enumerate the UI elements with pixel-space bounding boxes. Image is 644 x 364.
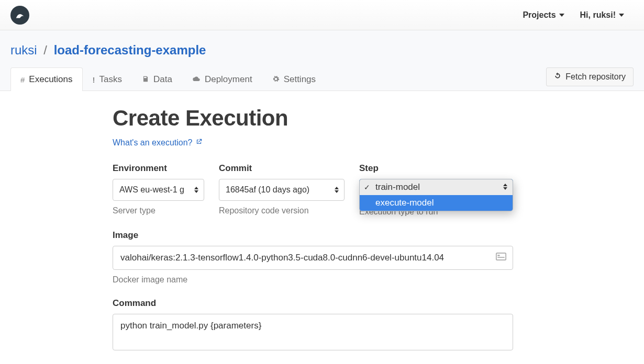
- nav-user-label: Hi, ruksi!: [580, 10, 616, 20]
- image-section: Image valohai/keras:2.1.3-tensorflow1.4.…: [113, 230, 513, 285]
- card-icon: [496, 253, 506, 264]
- nav-user[interactable]: Hi, ruksi!: [580, 10, 624, 20]
- step-label: Step: [359, 163, 513, 174]
- updown-icon: [194, 187, 198, 193]
- step-option-execute-model[interactable]: execute-model: [360, 195, 513, 211]
- tab-settings[interactable]: Settings: [262, 67, 326, 91]
- environment-label: Environment: [113, 163, 204, 174]
- updown-icon: [503, 184, 507, 190]
- help-link-text: What's an execution?: [113, 138, 192, 147]
- help-link[interactable]: What's an execution?: [113, 138, 203, 147]
- caret-down-icon: [619, 14, 624, 17]
- step-option-train-model[interactable]: ✓ train-model: [360, 179, 513, 195]
- image-hint: Docker image name: [113, 275, 513, 285]
- breadcrumb-owner[interactable]: ruksi: [10, 43, 37, 57]
- hash-icon: #: [20, 75, 25, 84]
- command-label: Command: [113, 298, 513, 309]
- environment-hint: Server type: [113, 206, 204, 215]
- breadcrumb-project[interactable]: load-forecasting-example: [54, 43, 206, 57]
- breadcrumb: ruksi / load-forecasting-example: [0, 43, 644, 67]
- svg-rect-0: [496, 253, 506, 260]
- commit-select[interactable]: 16845af (10 days ago): [219, 179, 345, 201]
- shark-fin-icon: [14, 9, 26, 21]
- step-option-label: train-model: [375, 182, 420, 192]
- page-title: Create Execution: [113, 106, 513, 131]
- subheader: ruksi / load-forecasting-example # Execu…: [0, 30, 644, 91]
- environment-col: Environment AWS eu-west-1 g Server type: [113, 163, 204, 217]
- app-logo[interactable]: [10, 6, 29, 25]
- cloud-icon: [192, 75, 201, 84]
- tab-label: Data: [153, 74, 172, 85]
- commit-label: Commit: [219, 163, 345, 174]
- fetch-repository-button[interactable]: Fetch repository: [546, 67, 634, 86]
- form-row-top: Environment AWS eu-west-1 g Server type …: [113, 163, 513, 217]
- tab-executions[interactable]: # Executions: [10, 67, 83, 91]
- image-value: valohai/keras:2.1.3-tensorflow1.4.0-pyth…: [120, 253, 444, 263]
- refresh-icon: [554, 72, 561, 82]
- commit-col: Commit 16845af (10 days ago) Repository …: [219, 163, 345, 217]
- svg-rect-1: [497, 255, 499, 256]
- tab-tasks[interactable]: ! Tasks: [83, 67, 132, 91]
- step-col: Step ✓ train-model execute-model Executi…: [359, 163, 513, 217]
- nav-projects[interactable]: Projects: [523, 10, 564, 20]
- tab-label: Tasks: [99, 74, 122, 85]
- step-dropdown: ✓ train-model execute-model: [359, 179, 513, 211]
- commit-hint: Repository code version: [219, 206, 345, 215]
- topnav: Projects Hi, ruksi!: [523, 10, 634, 20]
- external-link-icon: [195, 138, 203, 147]
- environment-value: AWS eu-west-1 g: [119, 185, 184, 195]
- commit-value: 16845af (10 days ago): [226, 185, 309, 195]
- tab-label: Deployment: [205, 74, 252, 85]
- step-select-wrap: ✓ train-model execute-model: [359, 179, 513, 202]
- step-option-label: execute-model: [375, 198, 434, 208]
- command-value: python train_model.py {parameters}: [120, 321, 261, 331]
- image-input[interactable]: valohai/keras:2.1.3-tensorflow1.4.0-pyth…: [113, 246, 513, 270]
- main-content: Create Execution What's an execution? En…: [0, 91, 524, 364]
- image-label: Image: [113, 230, 513, 241]
- tab-label: Executions: [29, 74, 72, 85]
- tab-row: # Executions ! Tasks Data Deployment: [0, 67, 644, 90]
- command-section: Command python train_model.py {parameter…: [113, 298, 513, 350]
- fetch-repository-label: Fetch repository: [565, 72, 626, 82]
- tab-data[interactable]: Data: [132, 67, 182, 91]
- nav-projects-label: Projects: [523, 10, 556, 20]
- exclamation-icon: !: [93, 75, 95, 84]
- updown-icon: [335, 187, 339, 193]
- command-textarea[interactable]: python train_model.py {parameters}: [113, 314, 513, 350]
- tab-deployment[interactable]: Deployment: [182, 67, 262, 91]
- tab-label: Settings: [284, 74, 316, 85]
- save-icon: [142, 75, 149, 84]
- check-icon: ✓: [364, 183, 370, 191]
- tabs: # Executions ! Tasks Data Deployment: [10, 67, 326, 90]
- gear-icon: [272, 75, 280, 84]
- breadcrumb-sep: /: [40, 43, 50, 57]
- caret-down-icon: [559, 14, 564, 17]
- svg-rect-2: [497, 257, 504, 258]
- environment-select[interactable]: AWS eu-west-1 g: [113, 179, 204, 201]
- topbar: Projects Hi, ruksi!: [0, 0, 644, 30]
